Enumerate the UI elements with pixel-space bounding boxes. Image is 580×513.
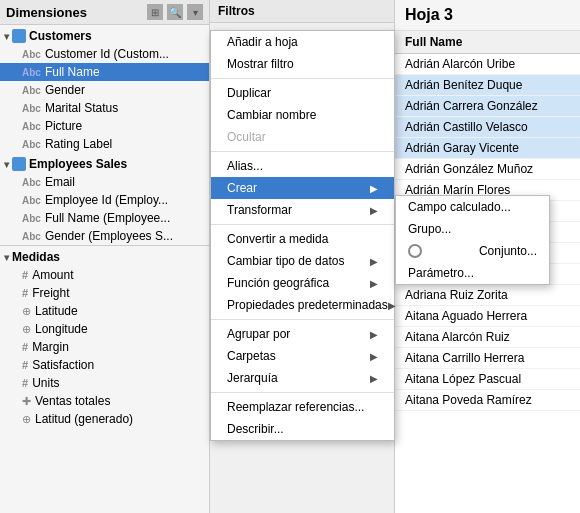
list-item[interactable]: # Units: [0, 374, 209, 392]
ctx-propiedades[interactable]: Propiedades predeterminadas ▶: [211, 294, 394, 316]
list-item[interactable]: # Margin: [0, 338, 209, 356]
submenu-label: Parámetro...: [408, 266, 474, 280]
list-item[interactable]: Abc Picture: [0, 117, 209, 135]
ctx-agrupar[interactable]: Agrupar por ▶: [211, 323, 394, 345]
list-item[interactable]: Abc Full Name (Employee...: [0, 209, 209, 227]
submenu-parametro[interactable]: Parámetro...: [396, 262, 549, 284]
list-item[interactable]: # Freight: [0, 284, 209, 302]
ctx-label: Convertir a medida: [227, 232, 328, 246]
left-panel: Dimensiones ⊞ 🔍 ▾ ▾ Customers Abc Custom…: [0, 0, 210, 513]
employees-section[interactable]: ▾ Employees Sales: [0, 153, 209, 173]
grid-icon[interactable]: ⊞: [147, 4, 163, 20]
submenu-conjunto[interactable]: Conjunto...: [396, 240, 549, 262]
ctx-duplicar[interactable]: Duplicar: [211, 82, 394, 104]
type-abc: Abc: [22, 139, 41, 150]
ctx-label: Mostrar filtro: [227, 57, 294, 71]
type-abc: Abc: [22, 103, 41, 114]
item-label: Margin: [32, 340, 69, 354]
submenu-label: Grupo...: [408, 222, 451, 236]
medidas-arrow: ▾: [4, 252, 9, 263]
type-hash: #: [22, 269, 28, 281]
submenu-grupo[interactable]: Grupo...: [396, 218, 549, 240]
list-item[interactable]: ⊕ Longitude: [0, 320, 209, 338]
ctx-anadir-hoja[interactable]: Añadir a hoja: [211, 31, 394, 53]
ctx-arrow: ▶: [370, 351, 378, 362]
sheet-row[interactable]: Aitana Alarcón Ruiz: [395, 327, 580, 348]
ctx-transformar[interactable]: Transformar ▶: [211, 199, 394, 221]
ctx-alias[interactable]: Alias...: [211, 155, 394, 177]
type-hash: #: [22, 341, 28, 353]
medidas-section: ▾ Medidas # Amount # Freight ⊕ Latitude …: [0, 245, 209, 428]
ctx-cambiar-nombre[interactable]: Cambiar nombre: [211, 104, 394, 126]
list-item-fullname[interactable]: Abc Full Name: [0, 63, 209, 81]
ctx-mostrar-filtro[interactable]: Mostrar filtro: [211, 53, 394, 75]
conjunto-icon: [408, 244, 422, 258]
ctx-arrow: ▶: [370, 256, 378, 267]
ctx-label: Ocultar: [227, 130, 266, 144]
sheet-row[interactable]: Adrián Garay Vicente: [395, 138, 580, 159]
ctx-label: Transformar: [227, 203, 292, 217]
ctx-separator: [211, 151, 394, 152]
item-label: Satisfaction: [32, 358, 94, 372]
ctx-label: Crear: [227, 181, 257, 195]
dropdown-icon[interactable]: ▾: [187, 4, 203, 20]
ctx-arrow: ▶: [370, 183, 378, 194]
ctx-label: Cambiar nombre: [227, 108, 316, 122]
type-abc: Abc: [22, 231, 41, 242]
sheet-row[interactable]: Adrián Castillo Velasco: [395, 117, 580, 138]
ctx-reemplazar[interactable]: Reemplazar referencias...: [211, 396, 394, 418]
list-item[interactable]: ⊕ Latitude: [0, 302, 209, 320]
type-abc: Abc: [22, 49, 41, 60]
ctx-cambiar-tipo[interactable]: Cambiar tipo de datos ▶: [211, 250, 394, 272]
list-item[interactable]: Abc Rating Label: [0, 135, 209, 153]
type-hash: #: [22, 287, 28, 299]
sheet-row[interactable]: Aitana Aguado Herrera: [395, 306, 580, 327]
list-item[interactable]: ✚ Ventas totales: [0, 392, 209, 410]
item-label: Ventas totales: [35, 394, 110, 408]
submenu-campo-calculado[interactable]: Campo calculado...: [396, 196, 549, 218]
list-item[interactable]: Abc Marital Status: [0, 99, 209, 117]
sheet-row[interactable]: Aitana Poveda Ramírez: [395, 390, 580, 411]
ctx-label: Reemplazar referencias...: [227, 400, 364, 414]
customers-arrow: ▾: [4, 31, 9, 42]
item-label: Amount: [32, 268, 73, 282]
sheet-row[interactable]: Aitana Carrillo Herrera: [395, 348, 580, 369]
sheet-row[interactable]: Adriana Ruiz Zorita: [395, 285, 580, 306]
ctx-describir[interactable]: Describir...: [211, 418, 394, 440]
list-item-amount[interactable]: # Amount: [0, 266, 209, 284]
item-label: Rating Label: [45, 137, 112, 151]
ctx-label: Describir...: [227, 422, 284, 436]
list-item[interactable]: Abc Employee Id (Employ...: [0, 191, 209, 209]
ctx-jerarquia[interactable]: Jerarquía ▶: [211, 367, 394, 389]
item-label: Email: [45, 175, 75, 189]
type-hash: #: [22, 359, 28, 371]
ctx-carpetas[interactable]: Carpetas ▶: [211, 345, 394, 367]
sheet-row[interactable]: Adrián Alarcón Uribe: [395, 54, 580, 75]
ctx-label: Añadir a hoja: [227, 35, 298, 49]
list-item[interactable]: Abc Email: [0, 173, 209, 191]
ctx-funcion-geo[interactable]: Función geográfica ▶: [211, 272, 394, 294]
ctx-crear[interactable]: Crear ▶: [211, 177, 394, 199]
customers-section[interactable]: ▾ Customers: [0, 25, 209, 45]
ctx-label: Jerarquía: [227, 371, 278, 385]
list-item[interactable]: ⊕ Latitud (generado): [0, 410, 209, 428]
item-label: Freight: [32, 286, 69, 300]
sheet-row[interactable]: Adrián Carrera González: [395, 96, 580, 117]
ctx-label: Función geográfica: [227, 276, 329, 290]
ctx-convertir-medida[interactable]: Convertir a medida: [211, 228, 394, 250]
panel-header: Dimensiones ⊞ 🔍 ▾: [0, 0, 209, 25]
medidas-label[interactable]: ▾ Medidas: [0, 246, 209, 266]
sheet-row[interactable]: Adrián Benítez Duque: [395, 75, 580, 96]
search-icon[interactable]: 🔍: [167, 4, 183, 20]
type-abc: Abc: [22, 67, 41, 78]
type-abc: Abc: [22, 121, 41, 132]
item-label: Marital Status: [45, 101, 118, 115]
sheet-row[interactable]: Aitana López Pascual: [395, 369, 580, 390]
list-item[interactable]: Abc Gender: [0, 81, 209, 99]
sheet-row[interactable]: Adrián González Muñoz: [395, 159, 580, 180]
list-item[interactable]: # Satisfaction: [0, 356, 209, 374]
ctx-arrow: ▶: [370, 278, 378, 289]
list-item[interactable]: Abc Customer Id (Custom...: [0, 45, 209, 63]
list-item[interactable]: Abc Gender (Employees S...: [0, 227, 209, 245]
sheet-col-header: Full Name: [395, 31, 580, 54]
